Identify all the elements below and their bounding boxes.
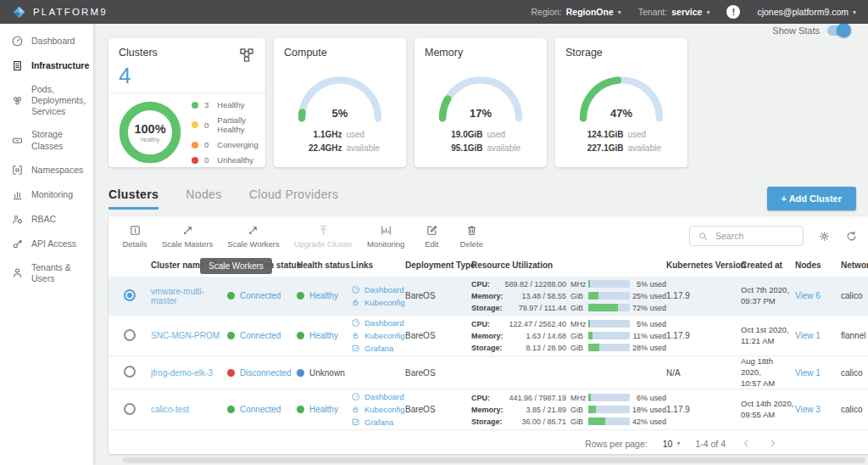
chevron-left-icon: [741, 438, 752, 449]
connection-status: Connected: [227, 331, 297, 340]
sidebar-item-dashboard[interactable]: Dashboard: [0, 29, 93, 53]
grafana-link[interactable]: Grafana: [351, 416, 405, 429]
toolbar-right: [689, 224, 858, 246]
cluster-name-link[interactable]: calico-test: [151, 405, 189, 414]
row-radio[interactable]: [124, 366, 136, 378]
tabs-row: ClustersNodesCloud Providers + Add Clust…: [108, 187, 856, 210]
nodes-view-link[interactable]: View 1: [795, 368, 821, 378]
resource-storage: Storage:8.13 / 28.90GiB28% used: [471, 342, 666, 354]
column-header-health-status[interactable]: Health status: [297, 261, 351, 270]
toolbar-action-scale-masters[interactable]: Scale Masters: [162, 224, 213, 249]
column-header-resource-utilization[interactable]: Resource Utilization: [471, 261, 666, 270]
show-stats-toggle[interactable]: [827, 25, 849, 36]
toolbar-action-label: Details: [122, 239, 147, 249]
links-cell: DashboardKubeconfigGrafana: [351, 390, 405, 429]
kubeconfig-link[interactable]: Kubeconfig: [351, 329, 405, 342]
table-row-calico-test[interactable]: calico-testConnectedHealthyDashboardKube…: [108, 389, 868, 430]
prev-page-button[interactable]: [741, 438, 752, 449]
nodes-view-link[interactable]: View 1: [795, 331, 821, 340]
nodes-view-link[interactable]: View 6: [795, 291, 821, 300]
kubeconfig-link[interactable]: Kubeconfig: [351, 296, 405, 309]
network-backend: calico: [841, 291, 868, 300]
status-dot: [192, 121, 198, 128]
refresh-button[interactable]: [845, 230, 858, 243]
building-icon: [11, 59, 24, 72]
table-row-snc-mgn-prom[interactable]: SNC-MGN-PROMConnectedHealthyDashboardKub…: [108, 316, 868, 356]
chevron-right-icon: [767, 438, 778, 449]
tab-clusters[interactable]: Clusters: [108, 188, 159, 210]
next-page-button[interactable]: [767, 438, 778, 449]
sidebar: DashboardInfrastructurePods, Deployments…: [0, 24, 93, 465]
column-header-kubernetes-version[interactable]: Kubernetes Version: [666, 261, 741, 270]
tenant-selector[interactable]: Tenant: service ▾: [638, 7, 710, 17]
grafana-link[interactable]: Grafana: [351, 342, 405, 355]
toolbar-actions: DetailsScale MastersScale WorkersUpgrade…: [122, 224, 484, 249]
status-dot: [227, 332, 235, 339]
refresh-icon: [845, 230, 858, 243]
utilization-bar: [588, 344, 630, 351]
sidebar-item-label: Dashboard: [31, 36, 75, 47]
tab-nodes[interactable]: Nodes: [186, 188, 221, 210]
tab-cloud-providers[interactable]: Cloud Providers: [249, 188, 339, 210]
add-cluster-button[interactable]: + Add Cluster: [767, 187, 856, 210]
dashboard-link[interactable]: Dashboard: [351, 283, 405, 296]
rows-per-page-select[interactable]: 10 ▾: [663, 439, 681, 449]
table-row-vmware-multi-master[interactable]: vmware-multi-masterConnectedHealthyDashb…: [108, 277, 868, 316]
status-dot: [227, 292, 235, 300]
brand[interactable]: PLATFORM9: [12, 5, 108, 20]
kubeconfig-link[interactable]: Kubeconfig: [351, 403, 405, 416]
table-row-jfrog-demo-elk-3[interactable]: jfrog-demo-elk-3DisconnectedUnknownBareO…: [108, 356, 868, 389]
utilization-bar: [588, 417, 630, 425]
row-radio[interactable]: [124, 289, 136, 301]
horizontal-scrollbar[interactable]: [123, 457, 865, 463]
chevron-down-icon: ▾: [618, 8, 621, 16]
column-settings-button[interactable]: [818, 230, 831, 243]
column-header-nodes[interactable]: Nodes: [795, 261, 841, 270]
legend-label: Healthy: [217, 100, 244, 109]
region-selector[interactable]: Region: RegionOne ▾: [531, 7, 621, 17]
dashboard-link[interactable]: Dashboard: [351, 390, 405, 403]
sidebar-item-label: Storage Classes: [31, 129, 88, 151]
toolbar-action-scale-workers[interactable]: Scale Workers: [227, 224, 280, 249]
cluster-name-link[interactable]: vmware-multi-master: [151, 287, 204, 305]
sidebar-item-namespaces[interactable]: Namespaces: [0, 158, 93, 182]
column-header-created-at[interactable]: Created at: [741, 261, 795, 270]
dashboard-link[interactable]: Dashboard: [351, 317, 405, 329]
row-radio[interactable]: [124, 403, 136, 415]
legend-label: Partially Healthy: [217, 115, 259, 134]
column-header-network[interactable]: Network: [841, 261, 868, 270]
memory-gauge: 17%: [431, 72, 531, 123]
alert-icon[interactable]: !: [726, 5, 740, 19]
row-radio[interactable]: [124, 329, 136, 341]
toolbar-action-edit[interactable]: Edit: [419, 224, 444, 249]
tenant-value: service: [671, 7, 702, 17]
gauge-percent: 5%: [290, 107, 390, 120]
user-menu[interactable]: cjones@platform9.com ▾: [757, 7, 856, 17]
search-icon: [698, 231, 709, 242]
cluster-name-link[interactable]: jfrog-demo-elk-3: [151, 368, 213, 378]
column-header-deployment-type[interactable]: Deployment Type: [405, 261, 471, 270]
sidebar-item-api-access[interactable]: API Access: [0, 232, 93, 256]
column-header-links[interactable]: Links: [351, 261, 405, 270]
toolbar-action-details[interactable]: Details: [122, 224, 147, 249]
sidebar-item-monitoring[interactable]: Monitoring: [0, 182, 93, 207]
status-dot: [297, 369, 304, 377]
toolbar-action-upgrade-cluster[interactable]: Upgrade Cluster: [294, 224, 353, 249]
sidebar-item-pods-deployments-services[interactable]: Pods, Deployments, Services: [0, 78, 93, 123]
status-dot: [297, 332, 304, 339]
toolbar-action-delete[interactable]: Delete: [459, 224, 484, 249]
dashboard-icon: [351, 318, 360, 328]
nodes-view-link[interactable]: View 3: [795, 405, 821, 414]
sidebar-item-storage-classes[interactable]: Storage Classes: [0, 123, 93, 157]
gauge-stats: 1.1GHzused22.4GHzavailable: [284, 128, 396, 154]
sidebar-item-infrastructure[interactable]: Infrastructure: [0, 53, 93, 78]
sidebar-item-rbac[interactable]: RBAC: [0, 207, 93, 232]
search-input[interactable]: [714, 230, 795, 242]
kubernetes-version: 1.17.9: [666, 331, 741, 340]
toolbar-action-monitoring[interactable]: Monitoring: [367, 224, 404, 249]
sidebar-item-label: RBAC: [31, 214, 56, 225]
rows-per-page-value: 10: [663, 439, 673, 449]
cluster-name-link[interactable]: SNC-MGN-PROM: [151, 331, 220, 340]
sidebar-item-tenants-users[interactable]: Tenants & Users: [0, 256, 93, 290]
storage-card: Storage47%124.1GiBused227.1GiBavailable: [555, 38, 687, 167]
